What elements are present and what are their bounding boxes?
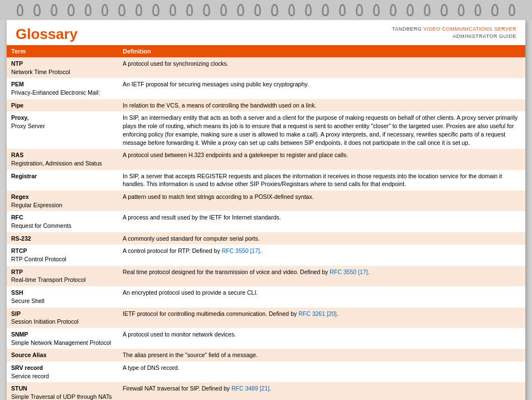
term-main: RTP: [11, 268, 114, 276]
ring: [441, 4, 447, 16]
ring: [136, 4, 142, 16]
reference-link[interactable]: RFC 3261 [20]: [298, 310, 336, 317]
ring: [186, 4, 193, 16]
ring: [220, 4, 227, 16]
term-cell: RASRegistration, Admission and Status: [7, 149, 118, 169]
definition-cell: A commonly used standard for computer se…: [118, 232, 525, 245]
term-sub: Service record: [11, 372, 114, 381]
ring: [51, 4, 57, 16]
term-cell: SIPSession Initiation Protocol: [7, 308, 118, 328]
ring: [407, 4, 413, 16]
ring: [475, 4, 481, 16]
table-row: RegistrarIn SIP, a server that accepts R…: [7, 170, 525, 191]
definition-cell: A protocol used to monitor network devic…: [118, 328, 525, 349]
spiral-binding: [0, 0, 532, 20]
brand-line2: ADMINISTRATOR GUIDE: [392, 33, 516, 40]
term-cell: RegexRegular Expression: [7, 191, 118, 211]
brand-line1: TANDBERG VIDEO COMMUNICATIONS SERVER: [392, 26, 516, 33]
term-main: Registrar: [11, 172, 114, 181]
term-cell: RFCRequest for Comments: [7, 211, 118, 232]
term-main: SIP: [11, 310, 114, 318]
col-definition-header: Definition: [118, 45, 525, 57]
term-sub: Secure Shell: [11, 297, 114, 305]
term-sub: Regular Expression: [11, 201, 114, 209]
definition-cell: The alias present in the "source" field …: [118, 349, 525, 362]
ring: [170, 4, 176, 16]
ring: [305, 4, 312, 16]
term-sub: Simple Traversal of UDP through NATs: [11, 393, 114, 400]
definition-cell: An encrypted protocol used to provide a …: [118, 286, 525, 307]
definition-cell: A process and result used by the IETF fo…: [118, 211, 525, 232]
table-row: Proxy,Proxy ServerIn SIP, an intermediar…: [7, 111, 525, 149]
definition-cell: An IETF proposal for securing messages u…: [118, 78, 525, 99]
term-main: Regex: [11, 193, 114, 201]
term-cell: RS-232: [7, 232, 118, 245]
term-sub: Privacy-Enhanced Electronic Mail:: [11, 89, 114, 97]
definition-cell: Firewall NAT traversal for SIP. Defined …: [118, 382, 525, 400]
term-cell: STUNSimple Traversal of UDP through NATs: [7, 382, 118, 400]
ring: [254, 4, 261, 16]
term-sub: Network Time Protocol: [11, 68, 114, 76]
table-row: PEMPrivacy-Enhanced Electronic Mail:An I…: [7, 78, 525, 99]
ring: [322, 4, 328, 16]
table-row: SNMPSimple Network Management ProtocolA …: [7, 328, 525, 349]
ring: [339, 4, 346, 16]
table-row: SSHSecure ShellAn encrypted protocol use…: [7, 286, 525, 307]
term-main: SNMP: [11, 330, 114, 339]
definition-cell: A protocol used for synchronizing clocks…: [118, 57, 525, 78]
term-cell: SNMPSimple Network Management Protocol: [7, 328, 118, 349]
ring: [356, 4, 362, 16]
ring: [373, 4, 380, 16]
page-title: Glossary: [16, 26, 78, 43]
ring: [17, 4, 23, 16]
page-content: Glossary TANDBERG VIDEO COMMUNICATIONS S…: [7, 20, 525, 400]
term-cell: Pipe: [7, 99, 118, 112]
term-main: RS-232: [11, 235, 114, 243]
table-row: NTPNetwork Time ProtocolA protocol used …: [7, 57, 525, 78]
ring: [458, 4, 465, 16]
table-row: PipeIn relation to the VCS, a means of c…: [7, 99, 525, 112]
term-main: RFC: [11, 213, 114, 222]
col-term-header: Term: [7, 45, 118, 57]
ring: [271, 4, 278, 16]
term-cell: NTPNetwork Time Protocol: [7, 57, 118, 78]
definition-cell: IETF protocol for controlling multimedia…: [118, 308, 525, 328]
term-sub: Real-time Transport Protocol: [11, 276, 114, 284]
page-header: Glossary TANDBERG VIDEO COMMUNICATIONS S…: [7, 20, 525, 45]
ring: [118, 4, 125, 16]
term-cell: Source Alias: [7, 349, 118, 362]
ring: [390, 4, 396, 16]
term-main: Proxy,: [11, 114, 114, 122]
table-row: RTCPRTP Control ProtocolA control protoc…: [7, 245, 525, 265]
ring: [424, 4, 431, 16]
page-brand: TANDBERG VIDEO COMMUNICATIONS SERVER ADM…: [392, 26, 516, 40]
reference-link[interactable]: RFC 3489 [21]: [231, 385, 269, 392]
table-row: RTPReal-time Transport ProtocolReal time…: [7, 266, 525, 286]
ring: [85, 4, 91, 16]
definition-cell: A control protocol for RTP. Defined by R…: [118, 245, 525, 265]
term-sub: Proxy Server: [11, 122, 114, 130]
ring: [152, 4, 159, 16]
term-main: SSH: [11, 289, 114, 297]
definition-cell: A protocol used between H.323 endpoints …: [118, 149, 525, 169]
table-row: RFCRequest for CommentsA process and res…: [7, 211, 525, 232]
definition-cell: A pattern used to match text strings acc…: [118, 191, 525, 211]
term-main: RTCP: [11, 247, 114, 255]
term-main: SRV record: [11, 364, 114, 372]
ring: [509, 4, 515, 16]
ring: [67, 4, 74, 16]
term-sub: Session Initiation Protocol: [11, 318, 114, 326]
reference-link[interactable]: RFC 3550 [17]: [330, 269, 367, 275]
glossary-table: Term Definition NTPNetwork Time Protocol…: [7, 45, 525, 400]
spiral-rings: [0, 4, 532, 16]
term-cell: PEMPrivacy-Enhanced Electronic Mail:: [7, 78, 118, 99]
term-cell: Registrar: [7, 170, 118, 191]
reference-link[interactable]: RFC 3550 [17]: [222, 247, 260, 254]
brand-highlight: VIDEO COMMUNICATIONS SERVER: [423, 26, 516, 32]
term-sub: Simple Network Management Protocol: [11, 339, 114, 347]
term-main: PEM: [11, 80, 114, 89]
ring: [33, 4, 40, 16]
term-sub: Request for Comments: [11, 222, 114, 230]
ring: [491, 4, 498, 16]
definition-cell: Real time protocol designed for the tran…: [118, 266, 525, 286]
